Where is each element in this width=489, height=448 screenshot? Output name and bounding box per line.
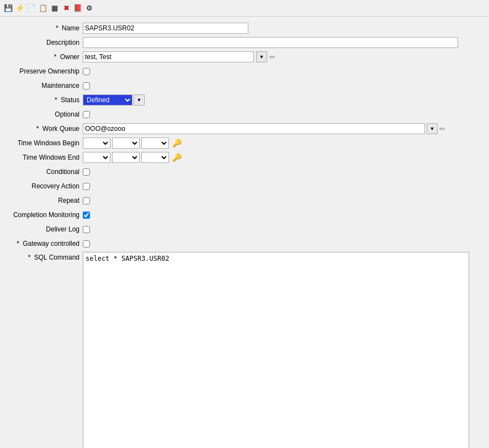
- optional-label: Optional: [6, 110, 83, 118]
- time-end-icon[interactable]: 🔑: [172, 153, 182, 162]
- status-label: * Status: [6, 96, 83, 104]
- status-select[interactable]: Defined: [83, 94, 132, 106]
- time-windows-end-label: Time Windows End: [6, 154, 83, 161]
- conditional-checkbox[interactable]: [83, 168, 90, 176]
- conditional-row: Conditional: [6, 166, 478, 178]
- gateway-controlled-row: * Gateway controlled: [6, 238, 478, 250]
- name-label: * Name: [6, 24, 83, 32]
- pdf-icon[interactable]: 📕: [73, 3, 83, 13]
- time-begin-select-2[interactable]: [112, 138, 140, 149]
- maintenance-row: Maintenance: [6, 80, 478, 92]
- time-begin-icon[interactable]: 🔑: [172, 139, 182, 147]
- status-controls: Defined ▼: [83, 94, 145, 106]
- preserve-ownership-row: Preserve Ownership: [6, 65, 478, 77]
- maintenance-checkbox[interactable]: [83, 82, 90, 89]
- repeat-row: Repeat: [6, 194, 478, 207]
- sql-command-row: * SQL Command select * SAPSR3.USR02: [6, 252, 478, 448]
- sql-command-label: * SQL Command: [6, 252, 83, 261]
- gateway-controlled-checkbox[interactable]: [83, 240, 90, 247]
- completion-monitoring-label: Completion Monitoring: [6, 211, 83, 219]
- owner-input[interactable]: [83, 51, 254, 62]
- form-area: * Name Description * Owner ▼ ✏ Preserve …: [0, 17, 489, 448]
- completion-monitoring-checkbox[interactable]: [83, 212, 90, 219]
- copy-icon[interactable]: 📋: [38, 3, 48, 13]
- description-row: Description: [6, 36, 478, 49]
- work-queue-input[interactable]: [83, 123, 425, 134]
- save-icon[interactable]: 💾: [3, 3, 13, 13]
- gateway-controlled-label: * Gateway controlled: [6, 240, 83, 247]
- preserve-ownership-checkbox[interactable]: [83, 68, 90, 75]
- settings-icon[interactable]: ⚙: [84, 3, 94, 13]
- name-row: * Name: [6, 22, 478, 34]
- work-queue-controls: ▼ ✏: [83, 123, 445, 134]
- main-window: 💾 ⚡ 📄 📋 ▦ ✖ 📕 ⚙ * Name Description * Own…: [0, 0, 489, 448]
- description-input[interactable]: [83, 37, 458, 48]
- optional-row: Optional: [6, 108, 478, 120]
- time-begin-select-1[interactable]: [83, 138, 110, 149]
- maintenance-label: Maintenance: [6, 82, 83, 89]
- time-end-select-3[interactable]: [141, 152, 169, 163]
- new-icon[interactable]: 📄: [26, 3, 36, 13]
- name-required: *: [56, 24, 59, 32]
- owner-edit-icon[interactable]: ✏: [269, 53, 275, 61]
- time-end-select-2[interactable]: [112, 152, 140, 163]
- repeat-label: Repeat: [6, 197, 83, 204]
- time-end-controls: 🔑: [83, 152, 182, 163]
- work-queue-row: * Work Queue ▼ ✏: [6, 123, 478, 135]
- delete-icon[interactable]: ✖: [61, 3, 71, 13]
- conditional-label: Conditional: [6, 168, 83, 176]
- time-windows-end-row: Time Windows End 🔑: [6, 151, 478, 164]
- time-begin-controls: 🔑: [83, 138, 182, 149]
- status-row: * Status Defined ▼: [6, 94, 478, 106]
- work-queue-edit-icon[interactable]: ✏: [439, 125, 445, 133]
- completion-monitoring-row: Completion Monitoring: [6, 209, 478, 221]
- name-input[interactable]: [83, 23, 248, 34]
- toolbar: 💾 ⚡ 📄 📋 ▦ ✖ 📕 ⚙: [0, 0, 489, 17]
- deliver-log-label: Deliver Log: [6, 225, 83, 233]
- owner-controls: ▼ ✏: [83, 51, 275, 62]
- owner-row: * Owner ▼ ✏: [6, 51, 478, 63]
- optional-checkbox[interactable]: [83, 111, 90, 118]
- description-label: Description: [6, 39, 83, 46]
- recovery-action-row: Recovery Action: [6, 180, 478, 192]
- owner-dropdown-btn[interactable]: ▼: [256, 51, 267, 62]
- lightning-icon[interactable]: ⚡: [15, 3, 25, 13]
- time-windows-begin-label: Time Windows Begin: [6, 139, 83, 147]
- sql-command-textarea[interactable]: select * SAPSR3.USR02: [83, 252, 469, 448]
- time-begin-select-3[interactable]: [141, 138, 169, 149]
- recovery-action-checkbox[interactable]: [83, 183, 90, 190]
- time-windows-begin-row: Time Windows Begin 🔑: [6, 137, 478, 149]
- owner-label: * Owner: [6, 53, 83, 61]
- work-queue-dropdown-btn[interactable]: ▼: [427, 123, 438, 134]
- status-dropdown-btn[interactable]: ▼: [134, 94, 145, 106]
- work-queue-label: * Work Queue: [6, 125, 83, 133]
- preserve-ownership-label: Preserve Ownership: [6, 67, 83, 75]
- deliver-log-checkbox[interactable]: [83, 226, 90, 233]
- grid-icon[interactable]: ▦: [50, 3, 60, 13]
- repeat-checkbox[interactable]: [83, 197, 90, 204]
- recovery-action-label: Recovery Action: [6, 182, 83, 190]
- deliver-log-row: Deliver Log: [6, 223, 478, 235]
- time-end-select-1[interactable]: [83, 152, 110, 163]
